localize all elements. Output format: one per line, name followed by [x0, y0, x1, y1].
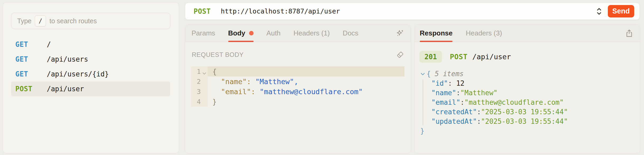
- json-value: "matthew@cloudflare.com": [464, 98, 564, 107]
- editor-line[interactable]: 3 "email": "matthew@cloudflare.com": [191, 86, 404, 97]
- line-number-text: 4: [197, 98, 201, 106]
- tab-docs[interactable]: Docs: [343, 25, 358, 42]
- route-method-label: GET: [15, 40, 47, 48]
- json-colon: :: [477, 117, 481, 126]
- request-url-bar: POST http://localhost:8787/api/user Send: [185, 3, 640, 20]
- tab-label: Body: [228, 29, 245, 37]
- route-item[interactable]: GET/api/users/{id}: [11, 67, 170, 81]
- share-icon[interactable]: [625, 29, 634, 38]
- route-item[interactable]: GET/: [11, 37, 170, 52]
- route-method-label: GET: [15, 55, 47, 63]
- slash-key-badge: /: [35, 15, 46, 26]
- code-token: "Matthew",: [255, 78, 298, 86]
- send-button[interactable]: Send: [608, 5, 634, 17]
- request-tabs: ParamsBodyAuthHeaders (1)Docs: [192, 25, 358, 42]
- response-json-row: "updatedAt":"2025-03-03 19:55:44": [431, 117, 640, 126]
- code-line-content: {: [208, 66, 404, 76]
- code-token: :: [251, 88, 260, 96]
- editor-line[interactable]: 2 "name": "Matthew",: [191, 76, 404, 86]
- request-url-input[interactable]: http://localhost:8787/api/user: [221, 7, 595, 15]
- json-value: 12: [456, 79, 464, 88]
- tab-body[interactable]: Body: [228, 25, 254, 42]
- tab-label: Headers (3): [466, 29, 502, 37]
- json-key: "updatedAt": [431, 117, 477, 126]
- code-line-content: "name": "Matthew",: [208, 76, 404, 86]
- route-method-label: GET: [15, 70, 47, 78]
- response-panel: ResponseHeaders (3) 201 POST /api/user {…: [414, 24, 640, 153]
- json-value: "2025-03-03 19:55:44": [481, 107, 568, 117]
- code-line-content: }: [208, 97, 404, 107]
- tab-params[interactable]: Params: [192, 25, 215, 42]
- json-value: "Matthew": [460, 88, 498, 98]
- json-key: "createdAt": [431, 107, 477, 117]
- code-token: {: [212, 67, 217, 76]
- status-code-badge: 201: [419, 51, 442, 63]
- route-list: GET/GET/api/usersGET/api/users/{id}POST/…: [11, 37, 170, 96]
- search-placeholder-suffix: to search routes: [49, 17, 97, 25]
- eraser-icon[interactable]: [396, 51, 404, 59]
- json-colon: :: [477, 107, 481, 117]
- code-token: }: [212, 98, 217, 106]
- json-key: "name": [431, 88, 456, 98]
- route-path-label: /api/users/{id}: [47, 70, 109, 78]
- editor-line[interactable]: 4}: [191, 97, 404, 107]
- request-body-editor[interactable]: 1{2 "name": "Matthew",3 "email": "matthe…: [191, 66, 404, 107]
- json-children: "id": 12"name":"Matthew""email":"matthew…: [420, 79, 640, 126]
- code-line-content: "email": "matthew@cloudflare.com": [208, 86, 404, 97]
- response-json-row: "createdAt":"2025-03-03 19:55:44": [431, 107, 640, 117]
- tab-headers-3[interactable]: Headers (3): [466, 25, 502, 42]
- line-number: 3: [191, 86, 208, 97]
- json-open-brace: {: [427, 69, 431, 79]
- chevron-down-icon[interactable]: [420, 71, 425, 76]
- tab-label: Docs: [343, 29, 358, 37]
- response-method-label: POST: [450, 53, 468, 61]
- search-placeholder-prefix: Type: [17, 17, 31, 25]
- code-token: :: [247, 78, 255, 86]
- tab-headers-1[interactable]: Headers (1): [293, 25, 330, 42]
- tab-label: Headers (1): [293, 29, 330, 37]
- route-path-label: /api/user: [47, 85, 84, 93]
- json-colon: :: [456, 88, 460, 98]
- editor-line[interactable]: 1{: [191, 66, 404, 76]
- line-number-text: 1: [197, 68, 201, 75]
- route-item[interactable]: GET/api/users: [11, 52, 170, 67]
- json-value: "2025-03-03 19:55:44": [481, 117, 568, 126]
- tab-response[interactable]: Response: [420, 25, 452, 42]
- json-close-brace: }: [420, 126, 640, 136]
- response-path-label: /api/user: [472, 53, 511, 61]
- route-path-label: /api/users: [47, 55, 88, 63]
- code-token: "email": [221, 88, 251, 96]
- line-number: 4: [191, 97, 208, 107]
- code-token: "name": [221, 78, 247, 86]
- line-number: 2: [191, 76, 208, 86]
- line-number-text: 3: [197, 88, 201, 95]
- response-tabs: ResponseHeaders (3): [420, 25, 502, 42]
- response-json-row: "id": 12: [431, 79, 640, 88]
- route-item[interactable]: POST/api/user: [11, 81, 170, 96]
- response-json-row: "email":"matthew@cloudflare.com": [431, 98, 640, 107]
- request-panel: ParamsBodyAuthHeaders (1)Docs REQUEST BO…: [185, 24, 411, 153]
- json-key: "id": [431, 79, 448, 88]
- json-items-count: 5 items: [435, 69, 464, 79]
- request-body-header: REQUEST BODY: [192, 51, 404, 59]
- tab-auth[interactable]: Auth: [267, 25, 281, 42]
- code-token: [212, 88, 221, 96]
- code-token: "matthew@cloudflare.com": [260, 88, 363, 96]
- response-json-viewer: { 5 items "id": 12"name":"Matthew""email…: [420, 69, 640, 136]
- request-body-title: REQUEST BODY: [192, 51, 244, 58]
- request-tabbar: ParamsBodyAuthHeaders (1)Docs: [185, 25, 411, 42]
- route-search-input[interactable]: Type / to search routes: [11, 13, 170, 29]
- fold-chevron-icon[interactable]: [202, 70, 207, 74]
- code-token: [212, 78, 221, 86]
- routes-sidebar: Type / to search routes GET/GET/api/user…: [3, 2, 179, 153]
- response-tabbar: ResponseHeaders (3): [414, 25, 640, 42]
- up-down-chevrons-icon[interactable]: [595, 7, 603, 16]
- route-method-label: POST: [15, 85, 47, 93]
- response-json-row: "name":"Matthew": [431, 88, 640, 98]
- json-key: "email": [431, 98, 460, 107]
- sparkles-icon[interactable]: [395, 29, 404, 38]
- json-root-line: { 5 items: [420, 69, 640, 79]
- json-colon: :: [460, 98, 465, 107]
- request-method-label[interactable]: POST: [194, 7, 211, 15]
- tab-label: Response: [420, 29, 452, 37]
